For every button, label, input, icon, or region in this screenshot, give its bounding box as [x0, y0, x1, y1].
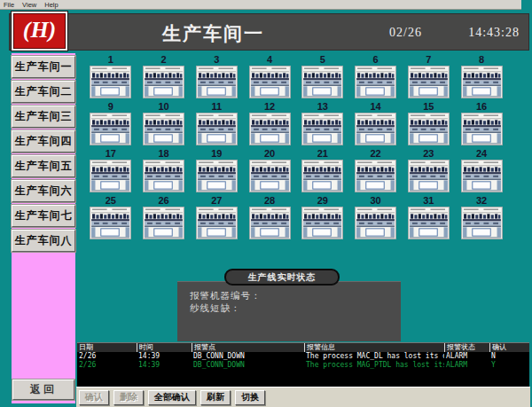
machine-cell: 14 — [349, 101, 403, 148]
machine-icon[interactable] — [143, 66, 184, 98]
machine-icon[interactable] — [196, 113, 238, 145]
alarm-cell: DB_CONN_DOWN — [192, 361, 304, 370]
alarm-row[interactable]: 2/2614:39DB_CONN_DOWNThe process MAC_DL … — [77, 352, 529, 361]
alarm-table-header: 日期时间报警点报警信息报警状态确认 — [77, 342, 529, 352]
menu-item-file[interactable]: File — [4, 1, 14, 9]
sidebar-item-workshop-1[interactable]: 生产车间一 — [12, 56, 75, 78]
machine-icon[interactable] — [301, 160, 343, 192]
machine-icon[interactable] — [196, 66, 238, 98]
machine-number-label: 14 — [371, 101, 381, 112]
menu-item-help[interactable]: Help — [44, 1, 58, 9]
alarm-column-header: 日期 — [77, 343, 137, 352]
machine-number-label: 25 — [106, 195, 116, 206]
machine-icon[interactable] — [408, 113, 450, 145]
machine-icon[interactable] — [249, 160, 291, 192]
machine-icon[interactable] — [408, 160, 450, 192]
header-clock: 14:43:28 — [468, 26, 520, 40]
machine-number-label: 23 — [423, 148, 434, 159]
machine-icon[interactable] — [143, 207, 184, 239]
sidebar-item-workshop-8[interactable]: 生产车间八 — [12, 230, 75, 252]
machine-icon[interactable] — [90, 207, 131, 239]
machine-cell: 9 — [84, 101, 137, 148]
machine-number-label: 21 — [317, 148, 328, 159]
machine-cell: 16 — [455, 101, 508, 148]
machine-number-label: 22 — [371, 148, 381, 159]
machine-number-label: 29 — [317, 195, 328, 206]
sidebar-item-workshop-3[interactable]: 生产车间三 — [12, 106, 75, 128]
machine-icon[interactable] — [90, 66, 131, 98]
toolbar-button[interactable]: 切换 — [235, 390, 265, 405]
sidebar-item-workshop-6[interactable]: 生产车间六 — [12, 180, 75, 202]
alarm-column-header: 报警状态 — [444, 343, 489, 352]
machine-cell: 28 — [243, 195, 296, 242]
header-date: 02/26 — [389, 26, 422, 40]
status-panel-title: 生产线实时状态 — [224, 269, 340, 286]
machine-number-label: 19 — [211, 148, 222, 159]
alarm-info-box: 报警机器编号：纱线短缺： — [177, 281, 401, 341]
machine-icon[interactable] — [461, 113, 503, 145]
alarm-cell: 14:39 — [137, 352, 192, 361]
toolbar-button[interactable]: 确认 — [79, 390, 109, 405]
toolbar-button[interactable]: 删除 — [113, 390, 144, 405]
machine-icon[interactable] — [301, 113, 343, 145]
machine-icon[interactable] — [90, 160, 131, 192]
machine-cell: 21 — [296, 148, 349, 195]
machine-icon[interactable] — [90, 113, 131, 145]
machine-icon[interactable] — [461, 66, 503, 98]
machine-icon[interactable] — [355, 207, 396, 239]
toolbar-button[interactable]: 全部确认 — [148, 390, 196, 405]
machine-number-label: 3 — [214, 54, 219, 65]
machine-number-label: 10 — [159, 101, 169, 112]
toolbar-button[interactable]: 刷新 — [200, 390, 231, 405]
alarm-row[interactable]: 2/2614:39DB_CONN_DOWNThe process MAG_PTD… — [77, 361, 529, 370]
menu-item-view[interactable]: View — [22, 1, 36, 9]
alarm-column-header: 报警信息 — [304, 343, 444, 352]
machine-icon[interactable] — [301, 66, 343, 98]
company-logo: (H) — [11, 11, 68, 51]
machine-icon[interactable] — [196, 160, 238, 192]
machine-icon[interactable] — [355, 113, 396, 145]
machine-number-label: 18 — [159, 148, 169, 159]
machine-grid: 1234567891011121314151617181920212223242… — [84, 54, 508, 242]
sidebar-item-workshop-2[interactable]: 生产车间二 — [12, 81, 75, 103]
machine-number-label: 15 — [423, 101, 434, 112]
sidebar-item-workshop-4[interactable]: 生产车间四 — [12, 130, 75, 153]
machine-cell: 20 — [243, 148, 296, 195]
alarm-cell: 2/26 — [77, 361, 137, 370]
machine-icon[interactable] — [408, 207, 450, 239]
machine-icon[interactable] — [143, 113, 184, 145]
machine-number-label: 28 — [264, 195, 275, 206]
machine-number-label: 8 — [479, 54, 484, 65]
machine-icon[interactable] — [461, 207, 503, 239]
machine-icon[interactable] — [196, 207, 238, 239]
back-button[interactable]: 返回 — [12, 380, 74, 400]
alarm-cell: Y — [489, 361, 529, 370]
machine-cell: 19 — [191, 148, 244, 195]
page-title: 生产车间一 — [162, 21, 264, 46]
machine-icon[interactable] — [408, 66, 450, 98]
alarm-info-line: 报警机器编号： — [190, 289, 392, 301]
machine-icon[interactable] — [249, 66, 291, 98]
machine-number-label: 16 — [476, 101, 487, 112]
alarm-column-header: 确认 — [489, 343, 529, 352]
sidebar-item-workshop-5[interactable]: 生产车间五 — [12, 155, 75, 177]
machine-number-label: 20 — [264, 148, 275, 159]
sidebar-spacer — [12, 254, 75, 380]
machine-number-label: 13 — [317, 101, 328, 112]
machine-cell: 30 — [349, 195, 403, 242]
machine-number-label: 4 — [267, 54, 272, 65]
machine-icon[interactable] — [301, 207, 343, 239]
machine-number-label: 30 — [371, 195, 381, 206]
machine-icon[interactable] — [249, 113, 291, 145]
machine-icon[interactable] — [143, 160, 184, 192]
machine-icon[interactable] — [355, 66, 396, 98]
sidebar-item-workshop-7[interactable]: 生产车间七 — [12, 205, 75, 227]
alarm-cell: The process MAC_DL has lost its d... — [304, 352, 444, 361]
logo-icon: (H) — [13, 13, 66, 49]
machine-cell: 25 — [84, 195, 137, 242]
machine-icon[interactable] — [355, 160, 396, 192]
alarm-cell: 2/26 — [77, 352, 137, 361]
machine-icon[interactable] — [249, 207, 291, 239]
machine-icon[interactable] — [461, 160, 503, 192]
machine-cell: 15 — [403, 101, 456, 148]
